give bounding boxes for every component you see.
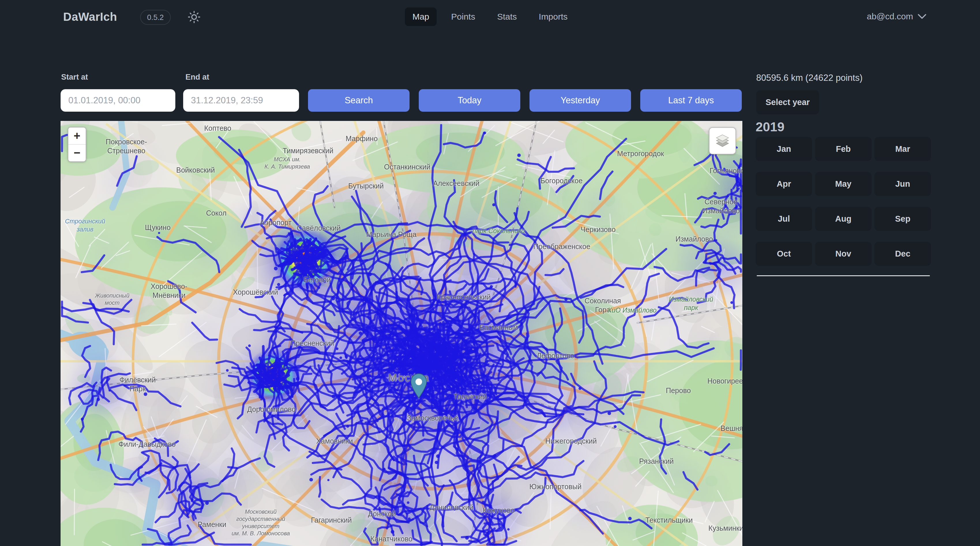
tab-map[interactable]: Map [405,8,437,26]
map-label: Хорошёво- Мнёвники [151,282,187,300]
map-label: Кузьминки [708,524,742,533]
map-label: Рязанский [639,457,674,466]
months-grid: JanFebMarAprMayJunJulAugSepOctNovDec [756,137,932,266]
map-label: Савёловский [297,224,341,233]
tab-stats[interactable]: Stats [490,8,524,26]
tab-points[interactable]: Points [444,8,482,26]
map-label: Метрогородок [617,149,664,158]
month-button-sep[interactable]: Sep [875,207,931,231]
month-button-dec[interactable]: Dec [875,242,931,266]
map-label: Фили-Давыдково [119,440,176,449]
layers-icon [714,133,730,149]
month-button-oct[interactable]: Oct [756,242,812,266]
map-label: Гольяново [710,166,742,175]
map-label: Аэропорт [260,218,291,227]
month-button-apr[interactable]: Apr [756,172,812,196]
yesterday-button[interactable]: Yesterday [530,89,631,112]
map-label: Богородское [541,176,582,185]
sun-icon [188,10,201,24]
month-button-nov[interactable]: Nov [815,242,872,266]
select-year-button[interactable]: Select year [756,90,819,114]
map-label: Лефортово [537,351,574,360]
month-button-jul[interactable]: Jul [756,207,812,231]
map-label: Преображенское [533,242,590,251]
zoom-out-button[interactable]: − [68,145,86,161]
version-badge: 0.5.2 [140,10,171,25]
map-label: Марфино [345,134,377,143]
map-label: Хамовники [316,437,353,445]
map-label: Сокол [206,209,226,217]
map-label: Черкизово [581,225,616,234]
month-button-feb[interactable]: Feb [815,137,872,161]
zoom-in-button[interactable]: + [68,128,86,145]
map-label: Московский государственный университет и… [232,508,290,537]
map-label: Марьина Роща [366,230,417,239]
location-pin-icon[interactable] [409,373,428,399]
map-zoom-control: + − [68,127,86,162]
map-label: Войковский [176,166,215,175]
map-label: парк Сокольники [473,227,525,235]
sidebar-divider [757,275,930,276]
map-label: Текстильщики [646,516,693,525]
map-label: Красносельский [437,293,491,302]
today-button[interactable]: Today [419,89,520,112]
map-label: Канатчиково [370,535,412,543]
map-container[interactable]: КоптевоПокровское- СтрешневоТимирязевски… [60,121,742,546]
map-label: Тимирязевский [283,146,333,155]
map-label: Пресненский [290,339,334,348]
main-nav: MapPointsStatsImports [405,8,575,26]
map-label: Покровское- Стрешнево [105,137,147,156]
map-label: Таганский [453,392,487,401]
map-label: Хорошёвский [233,288,278,297]
month-button-jun[interactable]: Jun [875,172,931,196]
map-label: Строгинский залив [65,217,105,233]
app-logo[interactable]: DaWarIch [63,10,117,23]
map-label: МСХА им. К. А. Тимирязева [264,156,310,170]
month-button-may[interactable]: May [815,172,872,196]
map-label: Филёвский Парк [119,375,156,394]
start-at-input[interactable] [60,89,175,112]
end-at-label: End at [185,73,209,81]
year-heading: 2019 [756,120,784,134]
map-label: КиО Измайлово [608,306,657,315]
layers-control-button[interactable] [709,127,736,154]
map-label: Кожухово [483,506,515,515]
user-menu[interactable]: ab@cd.com [867,11,926,21]
map-label: Вешняки [721,424,742,433]
last-7-days-button[interactable]: Last 7 days [640,89,742,112]
map-label: Южнопортовый [530,482,582,491]
map-label: Алексеевский [433,179,479,188]
map-label: Живописный мост [95,292,129,307]
month-button-jan[interactable]: Jan [756,137,812,161]
user-email: ab@cd.com [867,11,913,21]
map-label: Донской [368,509,396,518]
map-label: Перово [666,386,691,395]
map-label: Гагаринский [311,516,352,525]
map-canvas[interactable] [60,121,742,546]
tab-imports[interactable]: Imports [531,8,575,26]
map-label: Щукино [145,223,170,232]
map-label: Замоскворечье [407,413,458,423]
chevron-down-icon [918,14,926,19]
map-label: Бутырский [348,182,383,190]
map-label: Дорогомилово [247,405,296,414]
theme-toggle-button[interactable] [188,10,201,24]
map-label: Останкинский [384,163,431,171]
start-at-label: Start at [61,73,88,81]
map-label: Даниловский [430,503,473,512]
map-label: Нижегородский [546,437,597,445]
map-label: Новогиреево [708,377,742,386]
month-button-aug[interactable]: Aug [815,207,872,231]
distance-summary: 80595.6 km (24622 points) [756,73,862,83]
map-label: Беговой [304,275,331,284]
map-label: Северное Измайлово [702,197,740,216]
map-label: Измайлово [675,235,713,244]
month-button-mar[interactable]: Mar [875,137,931,161]
end-at-input[interactable] [183,89,299,112]
map-label: Коптево [204,124,231,133]
map-label: Раменки [197,520,226,529]
map-label: Басманный [479,323,518,332]
map-label: Измайловский парк [669,295,713,312]
search-button[interactable]: Search [308,89,409,112]
